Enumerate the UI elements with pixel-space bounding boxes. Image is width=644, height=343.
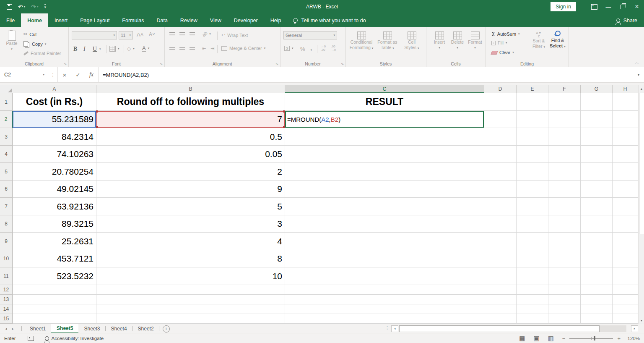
zoom-in-button[interactable]: + xyxy=(617,335,621,342)
comma-style-button[interactable]: , xyxy=(310,44,312,51)
find-select-button[interactable]: Find & Select ▾ xyxy=(548,31,567,49)
cut-button[interactable]: ✂Cut xyxy=(23,31,36,37)
align-top-button[interactable] xyxy=(169,32,175,36)
cell-C1[interactable]: RESULT xyxy=(285,93,484,111)
ribbon-display-options-button[interactable] xyxy=(587,0,601,13)
cell-F2[interactable] xyxy=(548,111,581,128)
cell-A13[interactable] xyxy=(13,295,96,304)
cell-D10[interactable] xyxy=(484,250,517,267)
cell-F1[interactable] xyxy=(548,93,581,111)
page-break-preview-icon[interactable]: ▥ xyxy=(548,335,554,342)
number-dialog-launcher[interactable]: ⇘ xyxy=(341,62,344,66)
cell-G12[interactable] xyxy=(581,285,613,295)
row-header-5[interactable]: 5 xyxy=(0,163,13,181)
cell-C8[interactable] xyxy=(285,215,484,233)
row-header-4[interactable]: 4 xyxy=(0,146,13,163)
cell-H2[interactable] xyxy=(613,111,638,128)
cell-H14[interactable] xyxy=(613,304,638,314)
cell-E11[interactable] xyxy=(517,267,548,285)
cell-A7[interactable]: 63.92136 xyxy=(13,198,96,215)
tab-scroll-splitter[interactable]: ⋮ xyxy=(385,325,390,331)
row-header-14[interactable]: 14 xyxy=(0,304,13,314)
sheet-tab-sheet3[interactable]: Sheet3 xyxy=(78,324,105,333)
cell-G13[interactable] xyxy=(581,295,613,304)
sheet-tab-sheet5[interactable]: Sheet5 xyxy=(51,324,78,333)
cancel-button[interactable]: × xyxy=(58,67,71,82)
italic-button[interactable]: I xyxy=(83,46,86,52)
insert-cells-button[interactable]: Insert ▾ xyxy=(432,31,447,50)
conditional-formatting-button[interactable]: Conditional Formatting ▾ xyxy=(349,31,374,51)
cell-G5[interactable] xyxy=(581,163,613,181)
align-center-button[interactable] xyxy=(179,46,185,50)
cell-F10[interactable] xyxy=(548,250,581,267)
cell-D12[interactable] xyxy=(484,285,517,295)
autosum-button[interactable]: ΣAutoSum▾ xyxy=(491,31,520,37)
format-as-table-button[interactable]: Format as Table ▾ xyxy=(376,31,399,51)
cell-B14[interactable] xyxy=(96,304,285,314)
cell-D8[interactable] xyxy=(484,215,517,233)
cell-A12[interactable] xyxy=(13,285,96,295)
cell-H8[interactable] xyxy=(613,215,638,233)
cell-F13[interactable] xyxy=(548,295,581,304)
cell-H15[interactable] xyxy=(613,314,638,324)
cell-A5[interactable]: 20.780254 xyxy=(13,163,96,181)
row-header-3[interactable]: 3 xyxy=(0,128,13,146)
cell-G7[interactable] xyxy=(581,198,613,215)
cell-G8[interactable] xyxy=(581,215,613,233)
cell-G2[interactable] xyxy=(581,111,613,128)
cell-C10[interactable] xyxy=(285,250,484,267)
vertical-scrollbar[interactable]: ▲ ▼ xyxy=(638,85,644,324)
cell-B13[interactable] xyxy=(96,295,285,304)
cell-C9[interactable] xyxy=(285,233,484,250)
cell-A4[interactable]: 74.10263 xyxy=(13,146,96,163)
cell-C5[interactable] xyxy=(285,163,484,181)
column-header-A[interactable]: A xyxy=(13,85,96,93)
row-header-9[interactable]: 9 xyxy=(0,233,13,250)
cell-E9[interactable] xyxy=(517,233,548,250)
previous-sheet-button[interactable]: ◂ xyxy=(5,327,7,331)
cell-E3[interactable] xyxy=(517,128,548,146)
cell-D3[interactable] xyxy=(484,128,517,146)
scroll-down-button[interactable]: ▼ xyxy=(639,317,644,324)
row-header-8[interactable]: 8 xyxy=(0,215,13,233)
cell-A10[interactable]: 453.7121 xyxy=(13,250,96,267)
cell-E6[interactable] xyxy=(517,181,548,198)
cell-D14[interactable] xyxy=(484,304,517,314)
cell-F5[interactable] xyxy=(548,163,581,181)
zoom-slider[interactable] xyxy=(569,338,613,339)
cell-H9[interactable] xyxy=(613,233,638,250)
increase-indent-button[interactable]: ⇥ xyxy=(210,46,214,51)
cell-D2[interactable] xyxy=(484,111,517,128)
clipboard-dialog-launcher[interactable]: ⇘ xyxy=(64,62,67,66)
cell-A3[interactable]: 84.2314 xyxy=(13,128,96,146)
customize-quick-access-button[interactable]: ▾ xyxy=(44,4,47,9)
cell-C4[interactable] xyxy=(285,146,484,163)
cell-C12[interactable] xyxy=(285,285,484,295)
cell-A6[interactable]: 49.02145 xyxy=(13,181,96,198)
cell-C6[interactable] xyxy=(285,181,484,198)
cell-H4[interactable] xyxy=(613,146,638,163)
name-box[interactable]: C2 ▾ xyxy=(0,67,48,82)
cell-E7[interactable] xyxy=(517,198,548,215)
next-sheet-button[interactable]: ▸ xyxy=(12,327,14,331)
cell-G10[interactable] xyxy=(581,250,613,267)
sheet-tab-sheet2[interactable]: Sheet2 xyxy=(132,324,159,333)
close-button[interactable]: × xyxy=(630,0,644,13)
scroll-left-button[interactable]: ◂ xyxy=(391,325,398,332)
cell-C7[interactable] xyxy=(285,198,484,215)
cell-G14[interactable] xyxy=(581,304,613,314)
formula-bar-resize-handle[interactable]: ⋮ xyxy=(48,67,58,82)
share-button[interactable]: Share xyxy=(610,13,644,27)
row-header-1[interactable]: 1 xyxy=(0,93,13,111)
cell-F9[interactable] xyxy=(548,233,581,250)
sheet-tab-sheet4[interactable]: Sheet4 xyxy=(106,324,132,333)
cell-F4[interactable] xyxy=(548,146,581,163)
sheet-tab-sheet1[interactable]: Sheet1 xyxy=(24,324,51,333)
underline-button[interactable]: U xyxy=(93,46,97,52)
formula-input[interactable]: =MROUND(A2,B2) xyxy=(98,67,633,82)
copy-button[interactable]: Copy▾ xyxy=(23,41,46,47)
new-sheet-button[interactable]: + xyxy=(163,324,170,333)
cell-D6[interactable] xyxy=(484,181,517,198)
underline-dropdown[interactable]: ▾ xyxy=(99,47,101,51)
cell-E5[interactable] xyxy=(517,163,548,181)
